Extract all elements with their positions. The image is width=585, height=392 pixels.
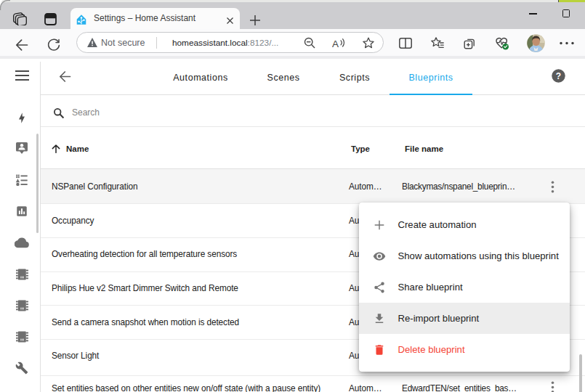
svg-text:?: ? bbox=[556, 71, 561, 81]
svg-text:A: A bbox=[332, 38, 339, 49]
